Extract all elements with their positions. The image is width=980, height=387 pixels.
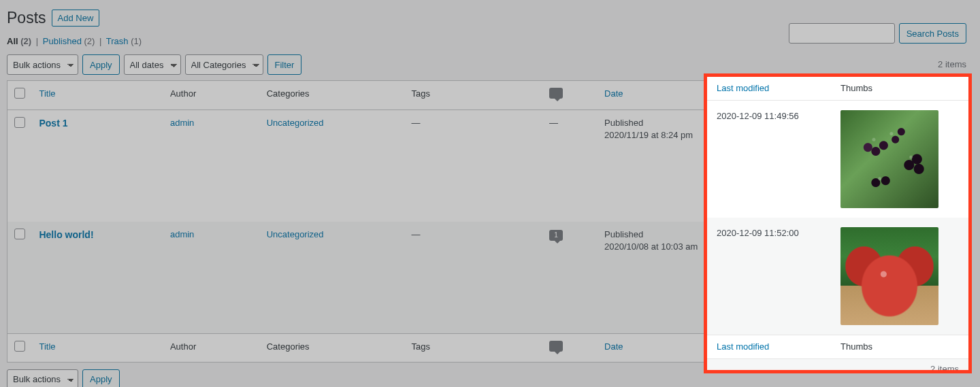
row-checkbox[interactable] (14, 229, 25, 239)
select-all-bottom[interactable] (14, 341, 25, 352)
posts-page: Posts Add New All (2) | Published (2) | … (0, 0, 980, 387)
col-comments (542, 81, 598, 110)
post-title-link[interactable]: Hello world! (39, 229, 93, 240)
col-last-modified[interactable]: Last modified (735, 88, 787, 99)
posts-table: Title Author Categories Tags Date Last m… (7, 80, 966, 362)
col-author-foot: Author (163, 333, 260, 362)
tags-cell: — (404, 222, 542, 334)
search-input[interactable] (789, 23, 895, 44)
filter-trash[interactable]: Trash (1) (106, 36, 142, 46)
col-title-foot[interactable]: Title (39, 341, 55, 352)
comment-icon (549, 341, 563, 352)
page-title: Posts (7, 7, 46, 29)
col-last-modified-foot[interactable]: Last modified (735, 341, 787, 352)
search-area: Search Posts (789, 23, 966, 44)
apply-button-bottom[interactable]: Apply (82, 369, 120, 387)
col-date-foot[interactable]: Date (604, 341, 623, 352)
category-link[interactable]: Uncategorized (267, 118, 324, 128)
filter-all[interactable]: All (2) (7, 36, 31, 46)
category-link[interactable]: Uncategorized (267, 229, 324, 239)
date-cell: Published2020/10/08 at 10:03 am (598, 222, 728, 334)
thumbnail-image (860, 117, 958, 215)
col-categories-foot: Categories (260, 333, 405, 362)
post-title-link[interactable]: Post 1 (39, 118, 67, 129)
thumbnail-image (860, 229, 958, 326)
date-cell: Published2020/11/19 at 8:24 pm (598, 110, 728, 222)
apply-button-top[interactable]: Apply (82, 54, 120, 75)
no-comments: — (549, 118, 558, 128)
categories-select[interactable]: All Categories (185, 54, 263, 75)
col-thumbs-foot: Thumbs (853, 333, 966, 362)
table-row: Hello world!adminUncategorized—1Publishe… (7, 222, 966, 334)
col-categories: Categories (260, 81, 405, 110)
add-new-button[interactable]: Add New (52, 10, 100, 27)
last-modified-cell: 2020-12-09 11:49:56 (728, 110, 852, 222)
search-posts-button[interactable]: Search Posts (899, 23, 966, 44)
bulk-actions-select-bottom[interactable]: Bulk actions (7, 369, 78, 387)
col-tags: Tags (404, 81, 542, 110)
bottom-toolbar: Bulk actions Apply (7, 369, 966, 387)
col-date[interactable]: Date (604, 88, 623, 99)
tags-cell: — (404, 110, 542, 222)
comment-count-bubble[interactable]: 1 (549, 230, 563, 241)
col-comments-foot (542, 333, 598, 362)
comment-icon (549, 88, 563, 99)
row-checkbox[interactable] (14, 117, 25, 128)
col-tags-foot: Tags (404, 333, 542, 362)
bulk-actions-select[interactable]: Bulk actions (7, 54, 78, 75)
col-thumbs: Thumbs (853, 81, 966, 110)
filter-button[interactable]: Filter (267, 54, 302, 75)
col-title[interactable]: Title (39, 88, 55, 99)
author-link[interactable]: admin (170, 229, 194, 239)
last-modified-cell: 2020-12-09 11:52:00 (728, 222, 852, 334)
author-link[interactable]: admin (170, 118, 194, 128)
col-author: Author (163, 81, 260, 110)
top-toolbar: Bulk actions Apply All dates All Categor… (7, 54, 966, 75)
items-count-top: 2 items (938, 58, 966, 71)
dates-select[interactable]: All dates (124, 54, 181, 75)
select-all-top[interactable] (14, 88, 25, 99)
table-row: Post 1adminUncategorized——Published2020/… (7, 110, 966, 222)
filter-published[interactable]: Published (2) (43, 36, 95, 46)
